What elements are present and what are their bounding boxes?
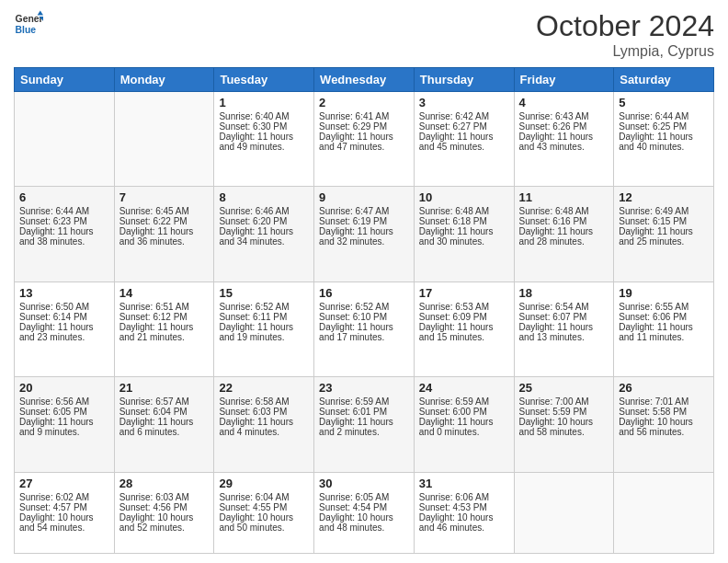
day-number: 2 <box>319 96 409 109</box>
daylight-text: Daylight: 11 hours and 15 minutes. <box>419 322 494 342</box>
calendar-cell: 20 Sunrise: 6:56 AM Sunset: 6:05 PM Dayl… <box>15 377 115 472</box>
daylight-text: Daylight: 11 hours and 23 minutes. <box>19 322 94 342</box>
day-number: 14 <box>119 286 210 300</box>
day-number: 25 <box>519 381 609 395</box>
calendar-table: SundayMondayTuesdayWednesdayThursdayFrid… <box>14 67 714 554</box>
sunrise-text: Sunrise: 6:45 AM <box>119 206 189 216</box>
daylight-text: Daylight: 10 hours and 56 minutes. <box>619 417 693 437</box>
day-number: 30 <box>319 477 409 490</box>
daylight-text: Daylight: 11 hours and 32 minutes. <box>319 226 393 247</box>
sunrise-text: Sunrise: 6:59 AM <box>419 396 489 407</box>
daylight-text: Daylight: 11 hours and 49 minutes. <box>219 132 293 152</box>
sunrise-text: Sunrise: 6:43 AM <box>519 111 589 121</box>
daylight-text: Daylight: 11 hours and 40 minutes. <box>619 132 693 152</box>
sunrise-text: Sunrise: 6:55 AM <box>619 302 688 312</box>
sunset-text: Sunset: 6:26 PM <box>519 121 587 132</box>
sunrise-text: Sunrise: 7:01 AM <box>619 396 688 407</box>
sunset-text: Sunset: 6:16 PM <box>519 216 587 226</box>
sunset-text: Sunset: 6:25 PM <box>619 121 687 132</box>
calendar-cell: 24 Sunrise: 6:59 AM Sunset: 6:00 PM Dayl… <box>414 377 514 472</box>
sunset-text: Sunset: 6:15 PM <box>619 216 687 226</box>
daylight-text: Daylight: 11 hours and 34 minutes. <box>219 226 293 247</box>
sunrise-text: Sunrise: 6:04 AM <box>219 492 289 502</box>
sunset-text: Sunset: 4:55 PM <box>219 502 287 512</box>
sunrise-text: Sunrise: 6:47 AM <box>319 206 389 216</box>
day-number: 4 <box>519 96 609 109</box>
daylight-text: Daylight: 11 hours and 13 minutes. <box>519 322 594 342</box>
svg-text:Blue: Blue <box>16 25 37 35</box>
daylight-text: Daylight: 10 hours and 54 minutes. <box>19 512 94 533</box>
logo: General Blue <box>14 9 43 39</box>
sunrise-text: Sunrise: 6:05 AM <box>319 492 389 502</box>
sunrise-text: Sunrise: 6:06 AM <box>419 492 489 502</box>
sunset-text: Sunset: 4:57 PM <box>19 502 87 512</box>
daylight-text: Daylight: 11 hours and 6 minutes. <box>119 417 194 437</box>
svg-text:General: General <box>16 14 43 24</box>
sunrise-text: Sunrise: 6:48 AM <box>519 206 589 216</box>
calendar-cell: 5 Sunrise: 6:44 AM Sunset: 6:25 PM Dayli… <box>614 92 714 187</box>
day-number: 9 <box>319 190 409 204</box>
sunrise-text: Sunrise: 6:52 AM <box>219 302 289 312</box>
daylight-text: Daylight: 11 hours and 11 minutes. <box>619 322 693 342</box>
day-number: 3 <box>419 96 509 109</box>
daylight-text: Daylight: 10 hours and 46 minutes. <box>419 512 494 533</box>
calendar-cell <box>514 472 614 553</box>
daylight-text: Daylight: 11 hours and 9 minutes. <box>19 417 94 437</box>
sunrise-text: Sunrise: 6:03 AM <box>119 492 189 502</box>
day-number: 18 <box>519 286 609 300</box>
day-number: 22 <box>219 381 309 395</box>
sunset-text: Sunset: 6:27 PM <box>419 121 487 132</box>
calendar-cell <box>614 472 714 553</box>
weekday-header: Sunday <box>15 68 115 92</box>
day-number: 12 <box>619 190 709 204</box>
sunset-text: Sunset: 6:00 PM <box>419 407 487 417</box>
sunset-text: Sunset: 6:23 PM <box>19 216 87 226</box>
sunrise-text: Sunrise: 6:48 AM <box>419 206 489 216</box>
sunset-text: Sunset: 5:59 PM <box>519 407 587 417</box>
sunset-text: Sunset: 4:53 PM <box>419 502 487 512</box>
calendar-cell: 3 Sunrise: 6:42 AM Sunset: 6:27 PM Dayli… <box>414 92 514 187</box>
calendar-cell: 6 Sunrise: 6:44 AM Sunset: 6:23 PM Dayli… <box>15 187 115 282</box>
sunset-text: Sunset: 6:09 PM <box>419 312 487 322</box>
calendar-cell: 4 Sunrise: 6:43 AM Sunset: 6:26 PM Dayli… <box>514 92 614 187</box>
day-number: 20 <box>19 381 109 395</box>
daylight-text: Daylight: 10 hours and 50 minutes. <box>219 512 293 533</box>
weekday-header: Friday <box>514 68 614 92</box>
daylight-text: Daylight: 11 hours and 19 minutes. <box>219 322 293 342</box>
sunrise-text: Sunrise: 6:44 AM <box>619 111 688 121</box>
daylight-text: Daylight: 11 hours and 17 minutes. <box>319 322 393 342</box>
weekday-header: Thursday <box>414 68 514 92</box>
sunset-text: Sunset: 4:56 PM <box>119 502 188 512</box>
calendar-cell: 13 Sunrise: 6:50 AM Sunset: 6:14 PM Dayl… <box>15 282 115 376</box>
daylight-text: Daylight: 11 hours and 21 minutes. <box>119 322 194 342</box>
daylight-text: Daylight: 10 hours and 58 minutes. <box>519 417 594 437</box>
day-number: 27 <box>19 477 109 490</box>
calendar-cell: 29 Sunrise: 6:04 AM Sunset: 4:55 PM Dayl… <box>214 472 314 553</box>
calendar-cell: 7 Sunrise: 6:45 AM Sunset: 6:22 PM Dayli… <box>114 187 214 282</box>
sunset-text: Sunset: 6:18 PM <box>419 216 487 226</box>
sunrise-text: Sunrise: 7:00 AM <box>519 396 589 407</box>
sunset-text: Sunset: 6:05 PM <box>19 407 87 417</box>
day-number: 19 <box>619 286 709 300</box>
sunrise-text: Sunrise: 6:58 AM <box>219 396 289 407</box>
day-number: 16 <box>319 286 409 300</box>
svg-marker-2 <box>38 11 43 16</box>
day-number: 21 <box>119 381 210 395</box>
day-number: 11 <box>519 190 609 204</box>
calendar-cell: 18 Sunrise: 6:54 AM Sunset: 6:07 PM Dayl… <box>514 282 614 376</box>
daylight-text: Daylight: 11 hours and 30 minutes. <box>419 226 494 247</box>
day-number: 31 <box>419 477 509 490</box>
sunrise-text: Sunrise: 6:59 AM <box>319 396 389 407</box>
calendar-cell: 30 Sunrise: 6:05 AM Sunset: 4:54 PM Dayl… <box>314 472 415 553</box>
calendar-cell: 10 Sunrise: 6:48 AM Sunset: 6:18 PM Dayl… <box>414 187 514 282</box>
day-number: 29 <box>219 477 309 490</box>
day-number: 23 <box>319 381 409 395</box>
calendar-cell: 31 Sunrise: 6:06 AM Sunset: 4:53 PM Dayl… <box>414 472 514 553</box>
sunset-text: Sunset: 6:29 PM <box>319 121 387 132</box>
sunset-text: Sunset: 6:10 PM <box>319 312 387 322</box>
daylight-text: Daylight: 10 hours and 48 minutes. <box>319 512 393 533</box>
calendar-cell: 25 Sunrise: 7:00 AM Sunset: 5:59 PM Dayl… <box>514 377 614 472</box>
daylight-text: Daylight: 11 hours and 45 minutes. <box>419 132 494 152</box>
day-number: 28 <box>119 477 210 490</box>
sunrise-text: Sunrise: 6:40 AM <box>219 111 289 121</box>
